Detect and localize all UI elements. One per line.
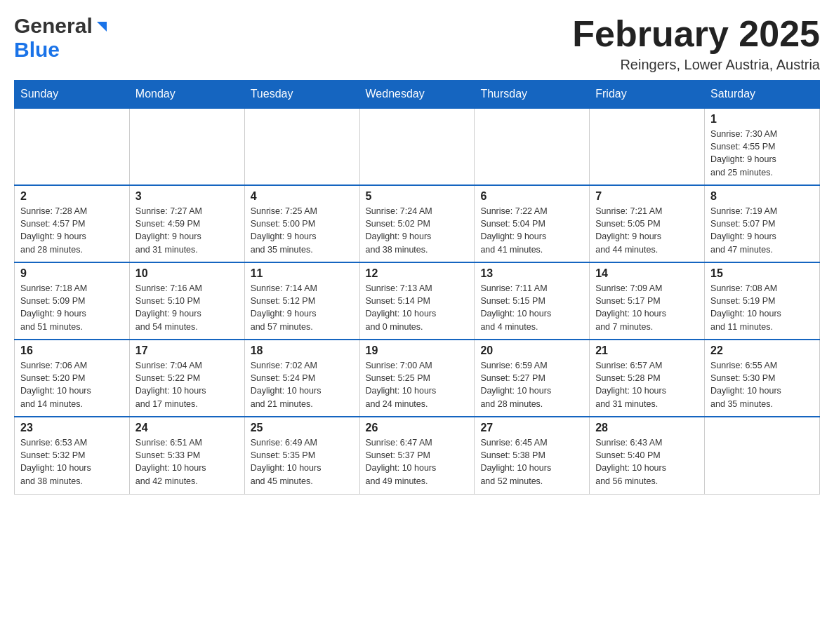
day-info: Sunrise: 7:27 AMSunset: 4:59 PMDaylight:… (135, 205, 239, 256)
calendar-cell: 9Sunrise: 7:18 AMSunset: 5:09 PMDaylight… (15, 262, 130, 340)
calendar-cell (129, 108, 244, 185)
title-section: February 2025 Reingers, Lower Austria, A… (572, 14, 820, 73)
svg-marker-0 (97, 22, 107, 32)
calendar-cell: 11Sunrise: 7:14 AMSunset: 5:12 PMDayligh… (244, 262, 359, 340)
day-info: Sunrise: 7:28 AMSunset: 4:57 PMDaylight:… (20, 205, 124, 256)
calendar-cell: 10Sunrise: 7:16 AMSunset: 5:10 PMDayligh… (129, 262, 244, 340)
calendar-cell: 27Sunrise: 6:45 AMSunset: 5:38 PMDayligh… (475, 417, 590, 494)
calendar-cell: 3Sunrise: 7:27 AMSunset: 4:59 PMDaylight… (129, 185, 244, 262)
calendar-week-row: 16Sunrise: 7:06 AMSunset: 5:20 PMDayligh… (15, 340, 820, 417)
day-number: 22 (710, 344, 814, 357)
calendar-cell: 6Sunrise: 7:22 AMSunset: 5:04 PMDaylight… (475, 185, 590, 262)
calendar-cell (244, 108, 359, 185)
location-title: Reingers, Lower Austria, Austria (572, 57, 820, 73)
day-number: 25 (251, 422, 354, 434)
day-number: 15 (710, 267, 814, 280)
calendar-cell: 13Sunrise: 7:11 AMSunset: 5:15 PMDayligh… (475, 262, 590, 340)
day-info: Sunrise: 6:55 AMSunset: 5:30 PMDaylight:… (710, 359, 814, 410)
day-info: Sunrise: 7:16 AMSunset: 5:10 PMDaylight:… (135, 282, 239, 333)
day-number: 1 (710, 113, 814, 126)
day-info: Sunrise: 7:04 AMSunset: 5:22 PMDaylight:… (135, 359, 239, 410)
day-number: 16 (20, 344, 124, 357)
day-number: 14 (595, 267, 699, 280)
day-number: 23 (20, 422, 124, 434)
calendar-cell (590, 108, 705, 185)
day-info: Sunrise: 7:02 AMSunset: 5:24 PMDaylight:… (251, 359, 354, 410)
calendar-header-wednesday: Wednesday (359, 81, 475, 109)
calendar-cell: 26Sunrise: 6:47 AMSunset: 5:37 PMDayligh… (359, 417, 475, 494)
logo: General Blue (14, 14, 110, 62)
calendar-cell: 21Sunrise: 6:57 AMSunset: 5:28 PMDayligh… (590, 340, 705, 417)
day-info: Sunrise: 7:09 AMSunset: 5:17 PMDaylight:… (595, 282, 699, 333)
calendar-header-sunday: Sunday (15, 81, 130, 109)
day-number: 2 (20, 190, 124, 203)
day-number: 5 (366, 190, 469, 203)
day-info: Sunrise: 7:11 AMSunset: 5:15 PMDaylight:… (480, 282, 583, 333)
calendar-week-row: 2Sunrise: 7:28 AMSunset: 4:57 PMDaylight… (15, 185, 820, 262)
calendar-cell (359, 108, 475, 185)
day-info: Sunrise: 7:18 AMSunset: 5:09 PMDaylight:… (20, 282, 124, 333)
day-info: Sunrise: 7:24 AMSunset: 5:02 PMDaylight:… (366, 205, 469, 256)
calendar-header-thursday: Thursday (475, 81, 590, 109)
day-info: Sunrise: 7:21 AMSunset: 5:05 PMDaylight:… (595, 205, 699, 256)
calendar-header-tuesday: Tuesday (244, 81, 359, 109)
day-number: 18 (251, 344, 354, 357)
day-info: Sunrise: 6:53 AMSunset: 5:32 PMDaylight:… (20, 436, 124, 488)
calendar-cell: 24Sunrise: 6:51 AMSunset: 5:33 PMDayligh… (129, 417, 244, 494)
day-number: 12 (366, 267, 469, 280)
day-info: Sunrise: 7:13 AMSunset: 5:14 PMDaylight:… (366, 282, 469, 333)
day-number: 11 (251, 267, 354, 280)
day-number: 21 (595, 344, 699, 357)
calendar-cell: 25Sunrise: 6:49 AMSunset: 5:35 PMDayligh… (244, 417, 359, 494)
calendar-cell: 18Sunrise: 7:02 AMSunset: 5:24 PMDayligh… (244, 340, 359, 417)
day-info: Sunrise: 6:59 AMSunset: 5:27 PMDaylight:… (480, 359, 583, 410)
day-number: 17 (135, 344, 239, 357)
day-info: Sunrise: 7:06 AMSunset: 5:20 PMDaylight:… (20, 359, 124, 410)
calendar-cell: 28Sunrise: 6:43 AMSunset: 5:40 PMDayligh… (590, 417, 705, 494)
day-info: Sunrise: 7:00 AMSunset: 5:25 PMDaylight:… (366, 359, 469, 410)
calendar-header-row: SundayMondayTuesdayWednesdayThursdayFrid… (15, 81, 820, 109)
day-number: 4 (251, 190, 354, 203)
calendar-cell (705, 417, 820, 494)
day-info: Sunrise: 6:49 AMSunset: 5:35 PMDaylight:… (251, 436, 354, 488)
calendar-header-saturday: Saturday (705, 81, 820, 109)
day-info: Sunrise: 6:45 AMSunset: 5:38 PMDaylight:… (480, 436, 583, 488)
calendar-cell: 14Sunrise: 7:09 AMSunset: 5:17 PMDayligh… (590, 262, 705, 340)
day-number: 24 (135, 422, 239, 434)
day-info: Sunrise: 7:08 AMSunset: 5:19 PMDaylight:… (710, 282, 814, 333)
day-number: 26 (366, 422, 469, 434)
day-number: 27 (480, 422, 583, 434)
logo-triangle-icon (94, 19, 110, 34)
day-number: 10 (135, 267, 239, 280)
day-number: 3 (135, 190, 239, 203)
day-info: Sunrise: 6:51 AMSunset: 5:33 PMDaylight:… (135, 436, 239, 488)
calendar-week-row: 9Sunrise: 7:18 AMSunset: 5:09 PMDaylight… (15, 262, 820, 340)
day-info: Sunrise: 7:30 AMSunset: 4:55 PMDaylight:… (710, 128, 814, 179)
day-number: 19 (366, 344, 469, 357)
calendar-cell: 7Sunrise: 7:21 AMSunset: 5:05 PMDaylight… (590, 185, 705, 262)
page-header: General Blue February 2025 Reingers, Low… (14, 14, 820, 73)
logo-blue-text: Blue (14, 38, 60, 61)
calendar-cell: 1Sunrise: 7:30 AMSunset: 4:55 PMDaylight… (705, 108, 820, 185)
day-number: 8 (710, 190, 814, 203)
day-info: Sunrise: 7:22 AMSunset: 5:04 PMDaylight:… (480, 205, 583, 256)
day-number: 9 (20, 267, 124, 280)
calendar-cell: 20Sunrise: 6:59 AMSunset: 5:27 PMDayligh… (475, 340, 590, 417)
calendar-cell (475, 108, 590, 185)
calendar-cell: 12Sunrise: 7:13 AMSunset: 5:14 PMDayligh… (359, 262, 475, 340)
month-title: February 2025 (572, 14, 820, 54)
day-number: 20 (480, 344, 583, 357)
day-info: Sunrise: 6:43 AMSunset: 5:40 PMDaylight:… (595, 436, 699, 488)
calendar-cell: 15Sunrise: 7:08 AMSunset: 5:19 PMDayligh… (705, 262, 820, 340)
calendar-cell: 23Sunrise: 6:53 AMSunset: 5:32 PMDayligh… (15, 417, 130, 494)
calendar-cell: 5Sunrise: 7:24 AMSunset: 5:02 PMDaylight… (359, 185, 475, 262)
calendar-cell: 19Sunrise: 7:00 AMSunset: 5:25 PMDayligh… (359, 340, 475, 417)
calendar-cell: 4Sunrise: 7:25 AMSunset: 5:00 PMDaylight… (244, 185, 359, 262)
calendar-cell: 17Sunrise: 7:04 AMSunset: 5:22 PMDayligh… (129, 340, 244, 417)
day-number: 13 (480, 267, 583, 280)
calendar-cell: 16Sunrise: 7:06 AMSunset: 5:20 PMDayligh… (15, 340, 130, 417)
calendar-header-monday: Monday (129, 81, 244, 109)
calendar-header-friday: Friday (590, 81, 705, 109)
calendar-week-row: 1Sunrise: 7:30 AMSunset: 4:55 PMDaylight… (15, 108, 820, 185)
day-info: Sunrise: 7:25 AMSunset: 5:00 PMDaylight:… (251, 205, 354, 256)
